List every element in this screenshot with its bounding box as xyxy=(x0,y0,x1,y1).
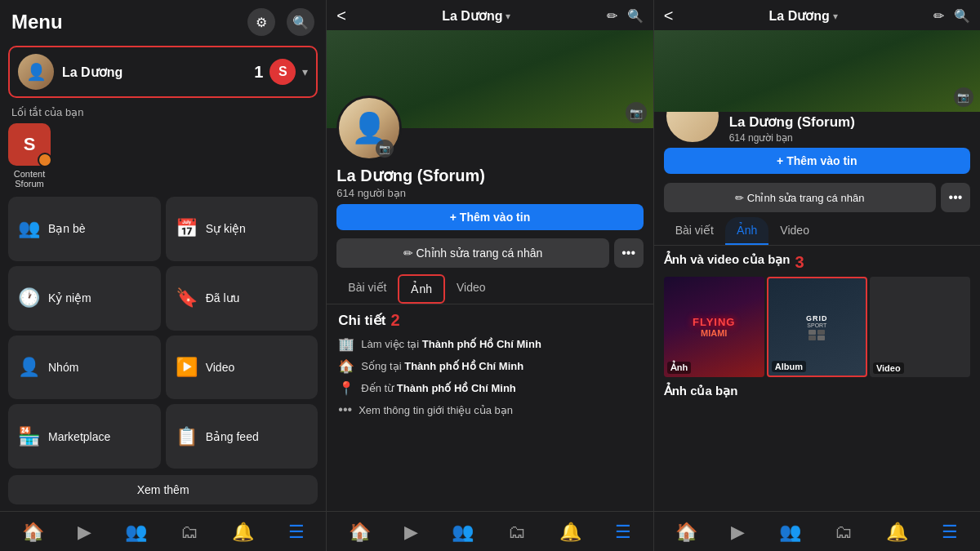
profile-panel-3: < La Dương ▾ ✏ 🔍 📷 La Dương (Sforum) 614… xyxy=(653,0,980,551)
nav-menu-3[interactable]: ☰ xyxy=(935,518,964,546)
shortcut-sforum[interactable]: S ContentSforum xyxy=(8,123,51,189)
profile-header-center-3: La Dương ▾ xyxy=(769,8,838,24)
tab-bai-viet-2[interactable]: Bài viết xyxy=(336,274,398,304)
nav-store[interactable]: 🗂 xyxy=(174,518,205,546)
chi-tiet-section: Chi tiết 2 🏢 Làm việc tại Thành phố Hồ C… xyxy=(327,304,653,511)
nav-friends-3[interactable]: 👥 xyxy=(773,518,808,546)
header-profile-name-3: La Dương xyxy=(769,8,830,24)
tabs-row-2: Bài viết Ảnh Video xyxy=(327,274,653,304)
tab-video-2[interactable]: Video xyxy=(445,274,497,304)
nav-video[interactable]: ▶ xyxy=(71,518,98,546)
menu-item-nhom[interactable]: 👤 Nhóm xyxy=(8,335,161,400)
nav-friends-2[interactable]: 👥 xyxy=(445,518,480,546)
search-button[interactable]: 🔍 xyxy=(287,8,314,36)
friends-icon: 👥 xyxy=(18,218,40,239)
nav-menu[interactable]: ☰ xyxy=(282,518,311,546)
nav-store-3[interactable]: 🗂 xyxy=(828,518,859,546)
back-button-3[interactable]: < xyxy=(664,7,674,25)
menu-grid: 👥 Bạn bè 📅 Sự kiện 🕐 Kỷ niệm 🔖 Đã lưu 👤 … xyxy=(0,197,326,469)
p3-display-name: La Dương (Sforum) xyxy=(729,113,855,131)
sforum-label: ContentSforum xyxy=(14,169,46,189)
edit-icon-2[interactable]: ✏ xyxy=(607,8,617,24)
memories-icon: 🕐 xyxy=(18,287,40,309)
chevron-down-icon: ▾ xyxy=(302,65,308,78)
more-options-button-3[interactable]: ••• xyxy=(941,183,970,212)
location-icon: 📍 xyxy=(338,380,354,396)
anh-cua-ban-title: Ảnh của bạn xyxy=(654,380,980,403)
nav-home-2[interactable]: 🏠 xyxy=(342,518,377,546)
tab-video-3[interactable]: Video xyxy=(768,217,821,245)
chevron-icon-2: ▾ xyxy=(506,11,510,22)
anh-video-section: Ảnh và video của bạn 3 FLYING MIAMI Ảnh … xyxy=(654,246,980,380)
tab-anh-3[interactable]: Ảnh xyxy=(725,217,769,245)
p3-friends-count: 614 người bạn xyxy=(729,132,855,144)
feed-label: Bảng feed xyxy=(206,430,259,443)
menu-item-ban-be[interactable]: 👥 Bạn bè xyxy=(8,197,161,261)
search-icon: 🔍 xyxy=(292,15,309,30)
more-options-button-2[interactable]: ••• xyxy=(614,238,644,268)
profile-right: 1 S ▾ xyxy=(254,59,308,85)
menu-item-su-kien[interactable]: 📅 Sự kiện xyxy=(166,197,318,261)
search-icon-3[interactable]: 🔍 xyxy=(954,8,970,24)
media-label-video: Video xyxy=(873,362,904,374)
tab-anh-2[interactable]: Ảnh xyxy=(398,274,445,304)
nav-friends[interactable]: 👥 xyxy=(118,518,154,546)
edit-profile-button-2[interactable]: ✏ Chỉnh sửa trang cá nhân xyxy=(336,238,608,268)
nav-store-2[interactable]: 🗂 xyxy=(501,518,532,546)
detail-live-text: Sống tại Thành phố Hồ Chí Minh xyxy=(361,360,523,372)
more-dots-icon: ••• xyxy=(338,402,352,417)
nav-bell-3[interactable]: 🔔 xyxy=(880,518,915,546)
badge-corner xyxy=(38,153,52,167)
nav-menu-2[interactable]: ☰ xyxy=(608,518,638,546)
detail-more[interactable]: ••• Xem thông tin giới thiệu của bạn xyxy=(338,402,641,417)
media-thumb-video[interactable]: Video xyxy=(870,277,970,377)
menu-item-da-luu[interactable]: 🔖 Đã lưu xyxy=(166,266,318,331)
bottom-nav-1: 🏠 ▶ 👥 🗂 🔔 ☰ xyxy=(0,511,326,551)
nav-bell[interactable]: 🔔 xyxy=(225,518,261,546)
add-story-button-2[interactable]: + Thêm vào tin xyxy=(336,204,643,230)
groups-icon: 👤 xyxy=(18,357,40,378)
header-right-2: ✏ 🔍 xyxy=(607,8,644,24)
menu-item-ky-niem[interactable]: 🕐 Kỷ niệm xyxy=(8,266,161,331)
search-icon-2[interactable]: 🔍 xyxy=(627,8,644,24)
edit-profile-button-3[interactable]: ✏ Chỉnh sửa trang cá nhân xyxy=(664,183,936,212)
nav-video-3[interactable]: ▶ xyxy=(724,518,751,546)
display-name-2: La Dương (Sforum) xyxy=(336,166,643,185)
profile-panel-2: < La Dương ▾ ✏ 🔍 📷 👤 📷 La Dương (Sforum)… xyxy=(326,0,653,551)
detail-more-text: Xem thông tin giới thiệu của bạn xyxy=(359,404,513,416)
action-row-2: ✏ Chỉnh sửa trang cá nhân ••• xyxy=(327,238,653,274)
nav-bell-2[interactable]: 🔔 xyxy=(553,518,588,546)
add-story-button-3[interactable]: + Thêm vào tin xyxy=(664,148,970,174)
groups-label: Nhóm xyxy=(48,361,78,374)
detail-from: 📍 Đến từ Thành phố Hồ Chí Minh xyxy=(338,380,641,396)
nav-home-3[interactable]: 🏠 xyxy=(669,518,704,546)
profile-box[interactable]: 👤 La Dương 1 S ▾ xyxy=(8,46,318,98)
shortcuts-label: Lối tắt của bạn xyxy=(0,106,326,123)
menu-item-marketplace[interactable]: 🏪 Marketplace xyxy=(8,404,161,469)
back-button-2[interactable]: < xyxy=(336,7,346,25)
detail-live: 🏠 Sống tại Thành phố Hồ Chí Minh xyxy=(338,358,641,374)
avatar-camera-2[interactable]: 📷 xyxy=(376,140,394,158)
tab-bai-viet-3[interactable]: Bài viết xyxy=(664,217,725,245)
header-icons: ⚙ 🔍 xyxy=(247,8,314,36)
shortcuts-row: S ContentSforum xyxy=(0,123,326,197)
media-grid: FLYING MIAMI Ảnh GRID SPORT Album xyxy=(664,277,970,377)
media-thumb-album[interactable]: GRID SPORT Album xyxy=(767,277,867,377)
cover-camera-3[interactable]: 📷 xyxy=(954,87,973,107)
detail-work-text: Làm việc tại Thành phố Hồ Chí Minh xyxy=(361,338,541,350)
edit-icon-3[interactable]: ✏ xyxy=(933,8,944,24)
nav-video-2[interactable]: ▶ xyxy=(398,518,425,546)
detail-from-text: Đến từ Thành phố Hồ Chí Minh xyxy=(361,382,515,394)
chevron-icon-3: ▾ xyxy=(833,11,838,22)
media-thumb-anh[interactable]: FLYING MIAMI Ảnh xyxy=(664,277,764,377)
video-label: Video xyxy=(206,361,235,374)
profile-badge-number: 1 xyxy=(254,63,263,82)
nav-home[interactable]: 🏠 xyxy=(16,518,51,546)
tabs-row-3: Bài viết Ảnh Video xyxy=(654,217,980,246)
xem-them-button[interactable]: Xem thêm xyxy=(8,475,318,504)
menu-item-bang-feed[interactable]: 📋 Bảng feed xyxy=(166,404,318,469)
settings-button[interactable]: ⚙ xyxy=(247,8,275,36)
events-label: Sự kiện xyxy=(206,222,246,235)
profile-header-center-2: La Dương ▾ xyxy=(442,8,510,24)
menu-item-video[interactable]: ▶️ Video xyxy=(166,335,318,400)
